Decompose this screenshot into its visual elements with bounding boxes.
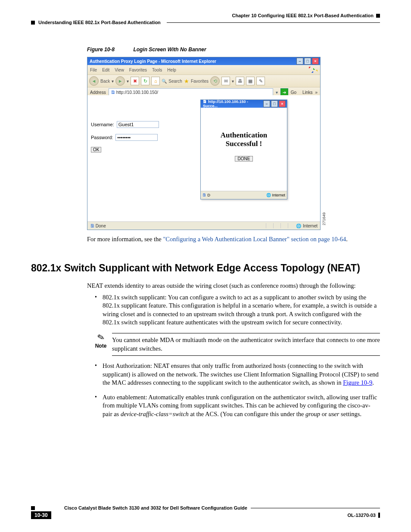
stop-icon[interactable]: ✖ [131,77,139,85]
back-label[interactable]: Back [100,79,110,84]
note-icon: ✎ [96,332,106,342]
section-heading: 802.1x Switch Supplicant with Network Ed… [31,262,380,274]
footer-marker [378,513,380,518]
menu-favorites[interactable]: Favorites [129,68,147,72]
popup-status-left: D [208,193,211,197]
globe-icon: 🌐 [266,193,271,197]
print-icon[interactable]: 🖶 [236,77,244,85]
popup-heading-2: Successful ! [201,140,287,148]
refresh-icon[interactable]: ↻ [141,77,149,85]
page-icon: 🖺 [203,100,207,104]
menu-file[interactable]: File [90,68,97,72]
paragraph-after-figure: For more information, see the "Configuri… [87,235,376,243]
menu-bar: File Edit View Favorites Tools Help [87,65,320,75]
username-label: Username: [91,122,114,127]
section-header: Understanding IEEE 802.1x Port-Based Aut… [31,20,380,25]
chevron-icon[interactable]: » [315,90,318,95]
windows-logo-icon [309,67,318,73]
maximize-icon[interactable]: □ [271,100,278,107]
ok-button[interactable]: OK [91,147,101,152]
popup-statusbar: 🖺 D 🌐 Internet [201,191,287,199]
note-label: Note [95,343,107,349]
edit-icon[interactable]: ▦ [246,77,255,85]
intro-paragraph: NEAT extends identity to areas outside t… [87,282,376,290]
login-form: Username: Password: OK [91,121,159,152]
username-input[interactable] [117,121,159,128]
home-icon[interactable]: ⌂ [151,77,160,85]
note-body: You cannot enable MDA or multiauth mode … [112,333,380,356]
status-left: Done [96,224,106,228]
doc-id: OL-13270-03 [348,513,376,518]
link-figure-10-9[interactable]: Figure 10-9 [343,379,372,386]
figure-id: 271649 [322,212,326,225]
footer-marker [31,506,35,510]
page-number: 10-30 [31,511,51,519]
history-icon[interactable]: ⟲ [210,76,220,86]
window-title: Authentication Proxy Login Page - Micros… [90,59,216,64]
status-right: Internet [303,224,318,228]
figure-title: Login Screen With No Banner [133,47,206,53]
note-block: ✎ Note You cannot enable MDA or multiaut… [95,333,380,356]
page-header: Chapter 10 Configuring IEEE 802.1x Port-… [31,13,380,18]
popup-heading-1: Authentication [201,131,287,140]
links-label[interactable]: Links [302,90,312,95]
discuss-icon[interactable]: ✎ [256,77,265,85]
figure-caption: Figure 10-8 Login Screen With No Banner [87,47,380,53]
address-label: Address [90,90,106,95]
page-icon: 🖺 [111,90,115,95]
section-title: Understanding IEEE 802.1x Port-Based Aut… [38,20,161,25]
menu-view[interactable]: View [115,68,124,72]
text-italic: device-traffic-class=switch [121,411,189,417]
page-icon: 🖺 [90,224,94,228]
list-item: Host Authorization: NEAT ensures that on… [95,362,380,387]
favorites-label[interactable]: Favorites [191,79,209,84]
text: . [346,236,348,243]
done-button[interactable]: DONE [235,156,253,162]
address-value: http://10.100.100.150/ [116,90,158,95]
dropdown-icon[interactable]: ▾ [276,90,278,95]
header-marker [376,14,380,18]
page-footer: Cisco Catalyst Blade Switch 3130 and 303… [31,505,380,519]
toolbar: ◄ Back ▾ ► ▾ ✖ ↻ ⌂ 🔍 Search ★ Favorites … [87,75,320,87]
text: For more information, see the [87,236,163,243]
password-input[interactable] [115,134,158,141]
minimize-icon[interactable]: – [263,100,270,107]
footer-book-title: Cisco Catalyst Blade Switch 3130 and 303… [64,505,247,510]
status-bar: 🖺 Done 🌐 Internet [87,221,320,230]
minimize-icon[interactable]: – [296,58,303,65]
text: . [372,379,374,386]
mail-icon[interactable]: ✉ [221,77,230,85]
figure-number: Figure 10-8 [87,47,115,53]
text-italic: group [305,411,320,417]
search-icon[interactable]: 🔍 [162,79,167,84]
favorites-icon[interactable]: ★ [184,78,189,84]
list-item: Auto enablement: Automatically enables t… [95,393,380,419]
menu-tools[interactable]: Tools [152,68,162,72]
back-icon[interactable]: ◄ [89,76,99,86]
go-label[interactable]: Go [291,90,296,95]
section-marker [31,21,35,25]
browser-viewport: Username: Password: OK 🖺http://10.100.10… [87,95,320,222]
text: or [320,411,328,417]
popup-status-right: Internet [272,193,285,197]
search-label[interactable]: Search [168,79,182,84]
screenshot-container: Authentication Proxy Login Page - Micros… [87,57,321,230]
text: settings. [339,411,361,417]
text: NEAT extends identity to areas outside t… [87,282,376,290]
chapter-label: Chapter 10 Configuring IEEE 802.1x Port-… [232,13,374,18]
popup-window: 🖺http://10.100.100.150 - Succe... – □ × … [200,100,287,199]
close-icon[interactable]: × [279,100,286,107]
maximize-icon[interactable]: □ [304,58,311,65]
menu-edit[interactable]: Edit [102,68,109,72]
forward-icon[interactable]: ► [115,76,125,86]
window-titlebar: Authentication Proxy Login Page - Micros… [87,57,320,65]
bullet-list: Host Authorization: NEAT ensures that on… [95,362,380,418]
link-local-banner[interactable]: "Configuring a Web Authentication Local … [163,236,346,243]
password-label: Password: [91,135,113,140]
list-item: 802.1x switch supplicant: You can config… [95,293,380,327]
text-italic: user [328,411,339,417]
menu-help[interactable]: Help [167,68,176,72]
popup-title: http://10.100.100.150 - Succe... [203,100,248,108]
globe-icon: 🌐 [296,224,301,228]
close-icon[interactable]: × [312,58,319,65]
